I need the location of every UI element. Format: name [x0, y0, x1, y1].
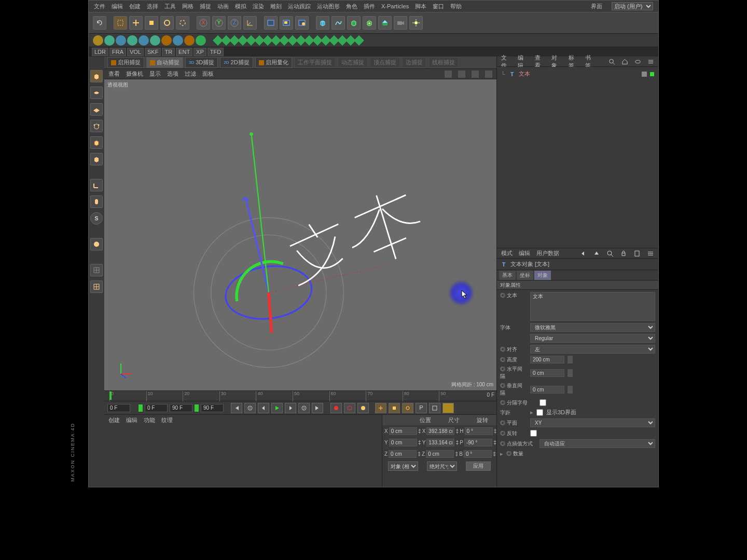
mat-edit[interactable]: 编辑 — [126, 416, 137, 424]
vp-nav-icon[interactable] — [485, 71, 492, 78]
reverse-checkbox[interactable] — [530, 429, 537, 437]
attr-edit[interactable]: 编辑 — [519, 249, 530, 257]
range-start-handle[interactable] — [139, 404, 143, 412]
lock-icon[interactable] — [620, 250, 627, 257]
vp-nav-icon[interactable] — [472, 71, 479, 78]
current-frame[interactable] — [107, 404, 130, 412]
range-mid[interactable] — [170, 404, 192, 412]
spinner[interactable] — [568, 386, 573, 394]
menu-mesh[interactable]: 网格 — [182, 3, 193, 10]
menu-track[interactable]: 运动跟踪 — [288, 3, 311, 10]
plugin-icon[interactable] — [127, 35, 137, 46]
menu-script[interactable]: 脚本 — [415, 3, 426, 10]
light-tool[interactable] — [409, 16, 423, 30]
vp-panel[interactable]: 面板 — [202, 70, 214, 78]
vp-camera[interactable]: 摄像机 — [126, 70, 143, 78]
spinner[interactable] — [568, 369, 573, 377]
menu-mograph[interactable]: 运动图形 — [317, 3, 340, 10]
key-extra[interactable] — [442, 403, 454, 413]
menu-help[interactable]: 帮助 — [450, 3, 462, 10]
new-icon[interactable] — [633, 250, 641, 257]
move-tool[interactable] — [129, 16, 143, 30]
record-button[interactable] — [330, 403, 342, 413]
next-key[interactable] — [298, 403, 310, 413]
axis-mode[interactable] — [90, 179, 103, 191]
scale-tool[interactable] — [145, 16, 158, 30]
subtab-coord[interactable]: 坐标 — [517, 271, 533, 280]
sep-checkbox[interactable] — [540, 399, 546, 407]
diamond-icon[interactable] — [354, 35, 364, 46]
menu-create[interactable]: 创建 — [129, 3, 141, 10]
menu-char[interactable]: 角色 — [346, 3, 357, 10]
render-view[interactable] — [264, 16, 278, 30]
pos-y[interactable] — [389, 439, 417, 446]
search-icon[interactable] — [608, 58, 615, 65]
keyopt-button[interactable] — [357, 403, 369, 413]
goto-start[interactable] — [231, 403, 242, 413]
height-input[interactable] — [530, 356, 564, 363]
vp-nav-icon[interactable] — [445, 71, 452, 78]
menu-icon[interactable] — [647, 250, 654, 257]
menu-snap[interactable]: 捕捉 — [200, 3, 211, 10]
coord-mode2[interactable]: 绝对尺寸 — [427, 461, 457, 471]
prev-frame[interactable] — [258, 403, 269, 413]
eye-icon[interactable] — [634, 58, 641, 65]
point-mode[interactable] — [90, 120, 103, 132]
plugin-icon[interactable] — [150, 35, 160, 46]
back-icon[interactable] — [579, 250, 587, 257]
vp-nav-icon[interactable] — [458, 71, 465, 78]
y-axis-lock[interactable]: Y — [212, 16, 226, 30]
coord-mode1[interactable]: 对象 (相对) — [388, 461, 418, 471]
mat-func[interactable]: 功能 — [144, 416, 155, 424]
tag[interactable]: ENT — [176, 48, 192, 56]
size-x[interactable] — [426, 427, 454, 435]
menu-anim[interactable]: 动画 — [217, 3, 229, 10]
size-z[interactable] — [426, 450, 454, 458]
plugin-icon[interactable] — [104, 35, 115, 46]
vp-view[interactable]: 查看 — [108, 70, 120, 78]
key-pla[interactable] — [429, 403, 440, 413]
plugin-icon[interactable] — [116, 35, 126, 46]
vp-display[interactable]: 显示 — [149, 70, 161, 78]
select-tool[interactable] — [114, 16, 127, 30]
tag[interactable]: TFD — [208, 48, 224, 56]
model-mode[interactable] — [90, 70, 103, 82]
spline-tool[interactable] — [331, 16, 345, 30]
object-list[interactable]: └ T 文本 — [497, 67, 658, 248]
home-icon[interactable] — [621, 58, 628, 65]
texture-mode[interactable] — [90, 87, 103, 99]
spinner[interactable] — [568, 356, 573, 363]
range-end-handle[interactable] — [195, 404, 199, 412]
plugin-icon[interactable] — [196, 35, 206, 46]
snap-2d[interactable]: 2D2D捕捉 — [220, 57, 253, 68]
plane-select[interactable]: XY — [530, 418, 655, 427]
environment-tool[interactable] — [378, 16, 392, 30]
polygon-mode[interactable] — [90, 153, 103, 165]
render-region[interactable] — [280, 16, 293, 30]
tag[interactable]: VOL — [127, 48, 144, 56]
cube-primitive[interactable] — [316, 16, 329, 30]
menu-window[interactable]: 窗口 — [433, 3, 444, 10]
tag[interactable]: LDR — [92, 48, 108, 56]
key-param[interactable]: P — [416, 403, 427, 413]
range-end[interactable] — [201, 404, 224, 412]
vis-render-dot[interactable] — [650, 72, 654, 76]
render-settings[interactable] — [295, 16, 309, 30]
vp-options[interactable]: 选项 — [167, 70, 178, 78]
plugin-icon[interactable] — [173, 35, 183, 46]
attr-userdata[interactable]: 用户数据 — [536, 249, 559, 257]
edge-mode[interactable] — [90, 136, 103, 149]
rot-p[interactable] — [464, 439, 492, 446]
attr-mode[interactable]: 模式 — [501, 249, 513, 257]
vp-filter[interactable]: 过滤 — [185, 70, 196, 78]
snap-auto[interactable]: 自动捕捉 — [146, 57, 183, 68]
apply-button[interactable]: 应用 — [466, 461, 491, 471]
search-icon[interactable] — [606, 250, 614, 257]
undo-button[interactable] — [93, 16, 106, 30]
key-scale[interactable] — [389, 403, 400, 413]
subtab-object[interactable]: 对象 — [534, 271, 551, 280]
subtab-basic[interactable]: 基本 — [499, 271, 516, 280]
kerning-checkbox[interactable] — [536, 409, 543, 416]
timeline[interactable]: 0 10 20 30 40 50 60 70 80 90 0 F — [104, 390, 496, 401]
key-pos[interactable] — [375, 403, 386, 413]
